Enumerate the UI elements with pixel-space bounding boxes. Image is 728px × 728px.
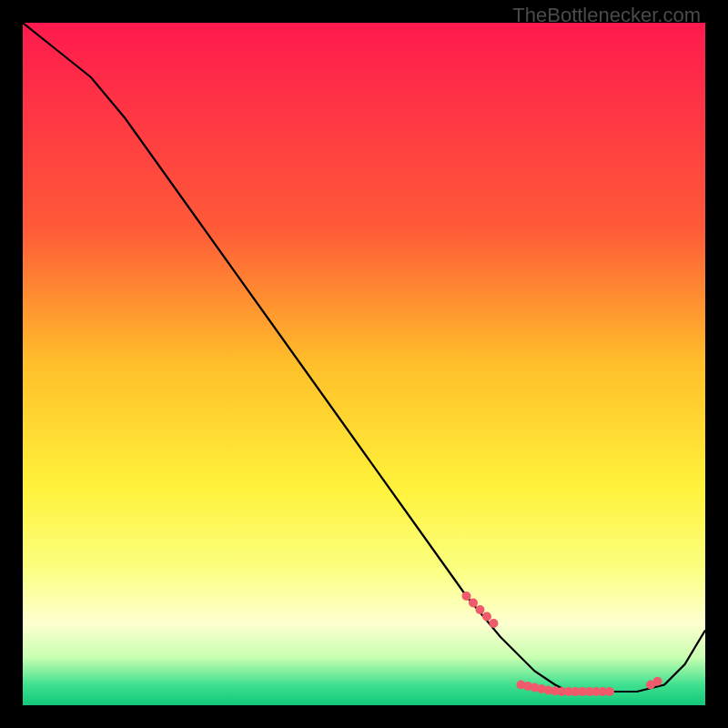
highlight-dot (653, 677, 662, 686)
chart-background (23, 23, 705, 705)
highlight-dot (490, 619, 499, 628)
highlight-dot (482, 612, 491, 622)
highlight-dot (462, 592, 471, 601)
highlight-dot (476, 605, 485, 614)
highlight-dot (605, 687, 614, 696)
highlight-dot (469, 599, 478, 608)
bottleneck-chart (23, 23, 705, 705)
chart-frame (23, 23, 705, 705)
